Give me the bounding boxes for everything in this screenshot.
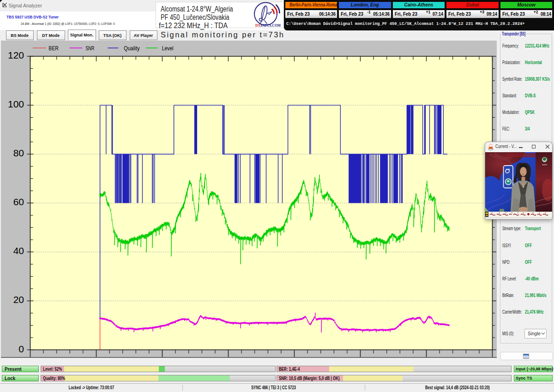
svg-text:80: 80: [13, 148, 24, 158]
svg-text:20: 20: [13, 294, 24, 305]
svg-text:100: 100: [8, 99, 24, 109]
svg-text:120: 120: [8, 50, 24, 60]
svg-text:DX: DX: [255, 24, 260, 28]
svg-text:40: 40: [13, 245, 24, 256]
svg-text:Level: Level: [162, 45, 174, 52]
svg-text:0: 0: [18, 344, 24, 354]
svg-text:Quality: Quality: [124, 45, 140, 52]
svg-text:SNR: SNR: [85, 45, 94, 52]
svg-text:SATCS.COM: SATCS.COM: [260, 24, 281, 28]
svg-text:BER: BER: [48, 45, 59, 52]
svg-text:60: 60: [13, 196, 24, 207]
